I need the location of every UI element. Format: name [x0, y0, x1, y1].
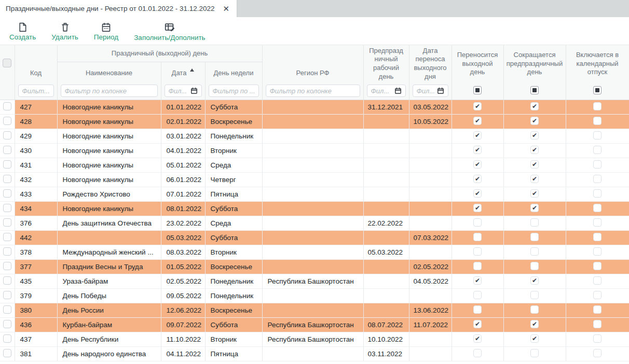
period-button[interactable]: Период [94, 22, 118, 41]
cell-region[interactable] [262, 187, 363, 201]
row-select-checkbox[interactable] [3, 291, 11, 299]
vacation-checkbox[interactable] [593, 320, 601, 328]
cell-transfer-date[interactable] [409, 158, 452, 172]
row-select-checkbox[interactable] [3, 175, 11, 183]
cell-weekday[interactable]: Понедельник [205, 129, 262, 143]
cell-code[interactable]: 428 [15, 114, 57, 129]
cell-code[interactable]: 378 [15, 245, 57, 259]
calendar-icon[interactable] [394, 87, 402, 94]
transferred-checkbox[interactable] [473, 247, 482, 256]
transferred-checkbox[interactable] [473, 189, 482, 198]
cell-preholiday-workday[interactable] [363, 230, 409, 245]
cell-code[interactable]: 429 [15, 129, 57, 143]
cell-region[interactable] [262, 100, 363, 114]
cell-weekday[interactable]: Среда [205, 158, 262, 172]
cell-date[interactable]: 01.01.2022 [161, 100, 205, 114]
cell-weekday[interactable]: Воскресенье [205, 259, 262, 274]
cell-preholiday-workday[interactable] [363, 172, 409, 187]
cell-date[interactable]: 03.01.2022 [161, 129, 205, 143]
cell-transfer-date[interactable] [409, 143, 452, 158]
row-select-checkbox[interactable] [3, 189, 11, 198]
vacation-checkbox[interactable] [593, 146, 601, 154]
cell-name[interactable]: Новогодние каникулы [57, 201, 161, 216]
cell-transfer-date[interactable] [409, 245, 452, 259]
calendar-icon[interactable] [190, 87, 198, 94]
row-select-checkbox[interactable] [3, 204, 11, 212]
cell-weekday[interactable]: Суббота [205, 230, 262, 245]
vacation-checkbox[interactable] [593, 160, 601, 169]
vacation-checkbox[interactable] [593, 247, 601, 256]
cell-transfer-date[interactable] [409, 129, 452, 143]
vacation-checkbox[interactable] [593, 102, 601, 110]
vacation-checkbox[interactable] [593, 349, 601, 357]
vacation-checkbox[interactable] [593, 233, 601, 241]
shortened-checkbox[interactable] [530, 204, 539, 212]
row-select-checkbox[interactable] [3, 131, 11, 139]
cell-name[interactable]: День Победы [57, 288, 161, 303]
vacation-checkbox[interactable] [593, 175, 601, 183]
shortened-checkbox[interactable] [530, 233, 539, 241]
cell-name[interactable]: Международный женский ... [57, 245, 161, 259]
cell-code[interactable]: 431 [15, 158, 57, 172]
transferred-checkbox[interactable] [473, 291, 482, 299]
cell-transfer-date[interactable]: 11.07.2022 [409, 317, 452, 332]
cell-date[interactable]: 04.11.2022 [161, 346, 205, 361]
transferred-checkbox[interactable] [473, 175, 482, 183]
transfer-filter-input[interactable]: Фил... [413, 85, 448, 97]
row-select-checkbox[interactable] [3, 233, 11, 241]
cell-weekday[interactable]: Вторник [205, 245, 262, 259]
vacation-checkbox[interactable] [593, 117, 601, 125]
cell-name[interactable]: День защитника Отечества [57, 216, 161, 230]
cell-code[interactable]: 376 [15, 216, 57, 230]
cell-date[interactable]: 04.01.2022 [161, 143, 205, 158]
column-header-weekday[interactable]: День недели [205, 62, 262, 82]
weekday-filter-input[interactable]: Фильтр по ... [209, 85, 259, 97]
cell-name[interactable]: День России [57, 303, 161, 317]
cell-weekday[interactable]: Понедельник [205, 274, 262, 288]
cell-code[interactable]: 427 [15, 100, 57, 114]
cell-name[interactable] [57, 230, 161, 245]
cell-region[interactable] [262, 346, 363, 361]
cell-region[interactable] [262, 259, 363, 274]
cell-region[interactable]: Республика Башкортостан [262, 332, 363, 346]
cell-preholiday-workday[interactable] [363, 288, 409, 303]
cell-weekday[interactable]: Вторник [205, 332, 262, 346]
transferred-checkbox[interactable] [473, 160, 482, 169]
cell-code[interactable]: 433 [15, 187, 57, 201]
cell-preholiday-workday[interactable]: 08.07.2022 [363, 317, 409, 332]
shortened-checkbox[interactable] [530, 276, 539, 285]
row-select-checkbox[interactable] [3, 276, 11, 285]
column-header-shortened[interactable]: Сокращается предпраздничный день [503, 45, 566, 82]
column-header-preholiday-workday[interactable]: Предпразд ничный рабочий день [363, 45, 409, 82]
cell-code[interactable]: 380 [15, 303, 57, 317]
transferred-checkbox[interactable] [473, 262, 482, 270]
vacation-checkbox[interactable] [593, 189, 601, 198]
cell-name[interactable]: День народного единства [57, 346, 161, 361]
cell-date[interactable]: 05.01.2022 [161, 158, 205, 172]
cell-preholiday-workday[interactable] [363, 143, 409, 158]
cell-transfer-date[interactable] [409, 332, 452, 346]
region-filter-input[interactable]: Фильтр по колонке [266, 85, 360, 97]
cell-name[interactable]: Новогодние каникулы [57, 158, 161, 172]
transferred-checkbox[interactable] [473, 146, 482, 154]
cell-name[interactable]: Новогодние каникулы [57, 172, 161, 187]
cell-date[interactable]: 09.05.2022 [161, 288, 205, 303]
cell-code[interactable]: 435 [15, 274, 57, 288]
transferred-checkbox[interactable] [473, 233, 482, 241]
cell-date[interactable]: 02.05.2022 [161, 274, 205, 288]
vacation-checkbox[interactable] [593, 204, 601, 212]
cell-region[interactable] [262, 245, 363, 259]
row-select-checkbox[interactable] [3, 305, 11, 314]
cell-code[interactable]: 379 [15, 288, 57, 303]
cell-weekday[interactable]: Пятница [205, 346, 262, 361]
cell-preholiday-workday[interactable] [363, 303, 409, 317]
cell-name[interactable]: Новогодние каникулы [57, 143, 161, 158]
cell-code[interactable]: 381 [15, 346, 57, 361]
transferred-checkbox[interactable] [473, 218, 482, 227]
transferred-checkbox[interactable] [473, 320, 482, 328]
shortened-checkbox[interactable] [530, 349, 539, 357]
cell-transfer-date[interactable]: 13.06.2022 [409, 303, 452, 317]
row-select-checkbox[interactable] [3, 262, 11, 270]
cell-date[interactable]: 23.02.2022 [161, 216, 205, 230]
transferred-checkbox[interactable] [473, 276, 482, 285]
